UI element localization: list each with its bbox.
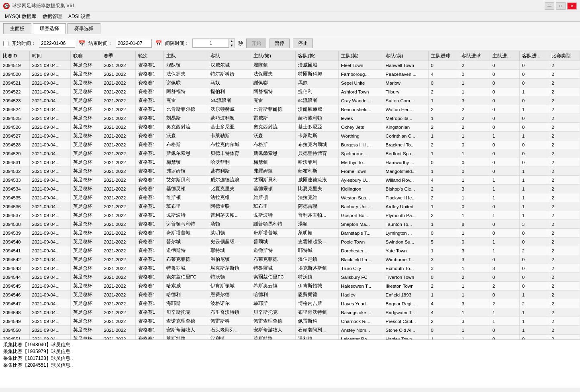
interval-spinner[interactable]: ▲ ▼ (229, 39, 235, 48)
interval-down-button[interactable]: ▼ (229, 43, 235, 48)
cell-9-8: 布拉克內爾城 (296, 140, 339, 149)
cell-21-13: 1 (490, 246, 520, 255)
cell-1-10: Peacehaven ... (383, 70, 429, 79)
table-row[interactable]: 20945352021-09-04...英足总杯2021-2022资格赛1维斯顿… (0, 193, 580, 202)
cell-28-7: 貝辛斯托克 (251, 308, 296, 317)
cell-29-14: 1 (519, 317, 549, 326)
cell-5-12: 2 (459, 105, 490, 114)
cell-24-5: 索尔兹伯里FC (163, 273, 208, 282)
cell-25-9: Halesowen T... (339, 282, 383, 290)
minimize-button[interactable]: — (545, 2, 554, 10)
end-time-input[interactable] (116, 39, 152, 48)
cell-25-11: 2 (428, 282, 459, 290)
cell-25-5: 哈索威 (163, 282, 208, 290)
tab-league[interactable]: 联赛选择 (33, 23, 66, 34)
cell-4-12: 3 (459, 96, 490, 105)
cell-13-6: 威尔连德流浪 (208, 176, 251, 185)
table-body: 20945192021-09-04...英足总杯2021-2022资格赛1舰队镇… (0, 61, 580, 340)
table-row[interactable]: 20945422021-09-04...英足总杯2021-2022资格赛1布莱克… (0, 255, 580, 264)
cell-16-12: 0 (459, 202, 490, 211)
cell-8-3: 2021-2022 (101, 132, 135, 140)
pause-button[interactable]: 暂停 (270, 39, 290, 48)
cell-9-11: 2 (428, 140, 459, 149)
cell-22-9: Blackfield La... (339, 255, 383, 264)
cell-0-1: 2021-09-04... (29, 61, 70, 70)
stop-button[interactable]: 停止 (293, 39, 313, 48)
table-row[interactable]: 20945252021-09-04...英足总杯2021-2022资格赛1刘易斯… (0, 114, 580, 123)
table-row[interactable]: 20945492021-09-04...英足总杯2021-2022资格赛1查诺克… (0, 317, 580, 326)
cell-8-7: 沃森 (251, 132, 296, 140)
cell-7-0: 2094526 (0, 123, 30, 132)
table-row[interactable]: 20945362021-09-04...英足总杯2021-2022资格赛1班布里… (0, 202, 580, 211)
table-row[interactable]: 20945452021-09-04...英足总杯2021-2022资格赛1哈索威… (0, 282, 580, 290)
window-controls[interactable]: — □ ✕ (545, 2, 577, 10)
table-row[interactable]: 20945242021-09-04...英足总杯2021-2022资格赛1比肯斯… (0, 105, 580, 114)
close-button[interactable]: ✕ (567, 2, 577, 10)
cell-30-11: 0 (428, 326, 459, 335)
start-time-input[interactable] (39, 39, 75, 48)
table-row[interactable]: 20945412021-09-04...英足总杯2021-2022资格赛1道彻斯… (0, 246, 580, 255)
table-row[interactable]: 20945192021-09-04...英足总杯2021-2022资格赛1舰队镇… (0, 61, 580, 70)
cell-14-5: 基德灵顿 (163, 185, 208, 193)
table-row[interactable]: 20945442021-09-04...英足总杯2021-2022资格赛1索尔兹… (0, 273, 580, 282)
cell-15-6: 法拉克维 (208, 193, 251, 202)
interval-up-button[interactable]: ▲ (229, 39, 235, 43)
table-row[interactable]: 20945512021-09-04...英足总杯2021-2022资格赛1莱斯特… (0, 335, 580, 340)
cell-0-2: 英足总杯 (70, 61, 101, 70)
table-row[interactable]: 20945482021-09-04...英足总杯2021-2022资格赛1贝辛斯… (0, 308, 580, 317)
cell-18-6: 汤顿 (208, 220, 251, 229)
cell-17-6: 普利茅夫帕... (208, 211, 251, 220)
table-row[interactable]: 20945462021-09-04...英足总杯2021-2022资格赛1哈德利… (0, 290, 580, 299)
cell-13-8: 威爾連德流浪 (296, 176, 339, 185)
table-row[interactable]: 20945392021-09-04...英足总杯2021-2022资格赛1班斯塔… (0, 229, 580, 238)
table-row[interactable]: 20945472021-09-04...英足总杯2021-2022资格赛1海耶斯… (0, 299, 580, 308)
cell-21-8: 耶特城 (296, 246, 339, 255)
table-row[interactable]: 20945432021-09-04...英足总杯2021-2022资格赛1特鲁罗… (0, 264, 580, 273)
cell-11-11: 0 (428, 158, 459, 167)
start-checkbox[interactable] (3, 41, 8, 46)
cell-3-8: 提伯利 (296, 87, 339, 96)
header-row: 比赛ID 时间 联赛 赛季 轮次 主队 客队 主队(繁) 客队(繁) 主队(英)… (0, 51, 580, 61)
table-row[interactable]: 20945262021-09-04...英足总杯2021-2022资格赛1奥克西… (0, 123, 580, 132)
cell-2-13: 0 (490, 79, 520, 87)
menu-adsl[interactable]: ADSL设置 (65, 12, 94, 21)
table-row[interactable]: 20945372021-09-04...英足总杯2021-2022资格赛1戈斯波… (0, 211, 580, 220)
table-row[interactable]: 20945222021-09-04...英足总杯2021-2022资格赛1阿舒福… (0, 87, 580, 96)
cell-26-5: 哈德利 (163, 290, 208, 299)
maximize-button[interactable]: □ (556, 2, 566, 10)
table-row[interactable]: 20945212021-09-04...英足总杯2021-2022资格赛1谢佩联… (0, 79, 580, 87)
cell-7-2: 英足总杯 (70, 123, 101, 132)
cell-2-7: 謝佩聯 (251, 79, 296, 87)
table-row[interactable]: 20945332021-09-04...英足总杯2021-2022资格赛1艾尔斯… (0, 176, 580, 185)
table-row[interactable]: 20945342021-09-04...英足总杯2021-2022资格赛1基德灵… (0, 185, 580, 193)
end-calendar-icon[interactable]: 📅 (155, 40, 162, 47)
table-wrapper: 比赛ID 时间 联赛 赛季 轮次 主队 客队 主队(繁) 客队(繁) 主队(英)… (0, 51, 580, 339)
table-row[interactable]: 20945382021-09-04...英足总杯2021-2022资格赛1谢普顿… (0, 220, 580, 229)
cell-24-13: 0 (490, 273, 520, 282)
tab-toolbar: 主面板 联赛选择 赛季选择 (0, 22, 580, 36)
start-button[interactable]: 开始 (246, 39, 266, 48)
table-row[interactable]: 20945502021-09-04...英足总杯2021-2022资格赛1安斯蒂… (0, 326, 580, 335)
menu-data[interactable]: 数据管理 (39, 12, 65, 21)
interval-input[interactable] (193, 39, 229, 48)
cell-2-3: 2021-2022 (101, 79, 135, 87)
cell-16-11: 1 (428, 202, 459, 211)
table-row[interactable]: 20945292021-09-04...英足总杯2021-2022资格赛1斯佩尔… (0, 149, 580, 158)
cell-22-4: 资格赛1 (135, 255, 163, 264)
cell-9-7: 布格斯 (251, 140, 296, 149)
start-calendar-icon[interactable]: 📅 (78, 40, 85, 47)
tab-main[interactable]: 主面板 (3, 23, 31, 34)
tab-season[interactable]: 赛季选择 (67, 23, 100, 34)
table-row[interactable]: 20945202021-09-04...英足总杯2021-2022资格赛1法保罗… (0, 70, 580, 79)
table-row[interactable]: 20945312021-09-04...英足总杯2021-2022资格赛1梅瑟镇… (0, 158, 580, 167)
table-row[interactable]: 20945232021-09-04...英足总杯2021-2022资格赛1克雷S… (0, 96, 580, 105)
cell-14-7: 基德靈頓 (251, 185, 296, 193)
table-row[interactable]: 20945282021-09-04...英足总杯2021-2022资格赛1布格斯… (0, 140, 580, 149)
cell-6-11: 1 (428, 114, 459, 123)
table-row[interactable]: 20945272021-09-04...英足总杯2021-2022资格赛1沃森卡… (0, 132, 580, 140)
table-row[interactable]: 20945402021-09-04...英足总杯2021-2022资格赛1普尔城… (0, 238, 580, 246)
table-row[interactable]: 20945322021-09-04...英足总杯2021-2022资格赛1弗罗姆… (0, 167, 580, 176)
cell-16-6: 阿德雷联 (208, 202, 251, 211)
cell-18-7: 謝普頓馬利特 (251, 220, 296, 229)
menu-mysql[interactable]: MYSQL数据库 (2, 12, 39, 21)
